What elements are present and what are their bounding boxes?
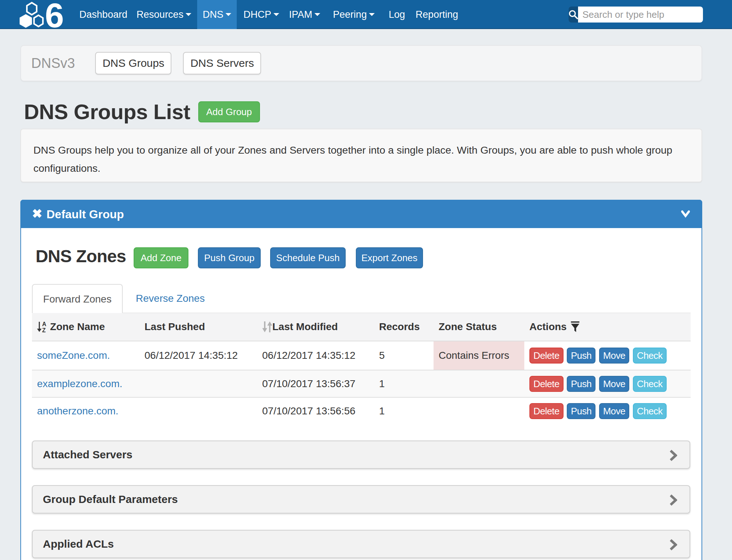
svg-text:Z: Z <box>42 327 46 332</box>
svg-text:6: 6 <box>45 2 64 29</box>
svg-text:A: A <box>42 321 46 327</box>
